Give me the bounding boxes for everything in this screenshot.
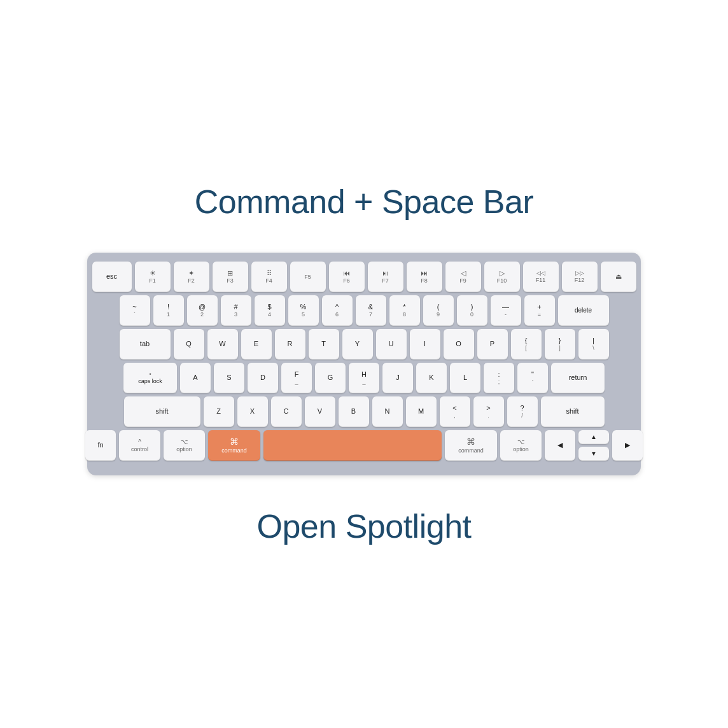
key-w[interactable]: W — [207, 329, 238, 360]
key-h[interactable]: H_ — [349, 363, 379, 393]
key-period[interactable]: >. — [473, 396, 504, 427]
key-0[interactable]: )0 — [457, 295, 487, 326]
key-lock[interactable]: ⏏ — [601, 262, 636, 292]
key-option-right[interactable]: ⌥option — [500, 430, 542, 461]
key-3[interactable]: #3 — [221, 295, 251, 326]
page-title: Command + Space Bar — [195, 183, 533, 221]
key-1[interactable]: !1 — [153, 295, 184, 326]
key-esc[interactable]: esc — [92, 262, 132, 292]
key-5[interactable]: %5 — [288, 295, 319, 326]
key-l[interactable]: L — [450, 363, 480, 393]
key-arrow-left[interactable]: ◀ — [545, 430, 575, 461]
key-command-left[interactable]: ⌘command — [208, 430, 260, 461]
zxcv-row: shift Z X C V B N M <, >. ?/ shift — [96, 396, 632, 427]
key-arrow-up[interactable]: ▲ — [578, 430, 609, 444]
keyboard: esc ☀F1 ✦F2 ⊞F3 ⠿F4 F5 ⏮F6 ⏯F7 ⏭F8 ◁F9 ▷… — [87, 253, 641, 475]
key-minus[interactable]: —- — [491, 295, 521, 326]
key-f7[interactable]: ⏯F7 — [368, 262, 403, 292]
key-x[interactable]: X — [237, 396, 268, 427]
key-k[interactable]: K — [416, 363, 447, 393]
key-c[interactable]: C — [271, 396, 302, 427]
key-f5[interactable]: F5 — [290, 262, 326, 292]
key-n[interactable]: N — [372, 396, 403, 427]
key-caps[interactable]: •caps lock — [123, 363, 177, 393]
key-z[interactable]: Z — [204, 396, 234, 427]
key-p[interactable]: P — [477, 329, 508, 360]
number-row: ~` !1 @2 #3 $4 %5 ^6 &7 *8 (9 )0 —- += d… — [96, 295, 632, 326]
key-o[interactable]: O — [444, 329, 474, 360]
key-slash[interactable]: ?/ — [507, 396, 538, 427]
key-arrow-down[interactable]: ▼ — [578, 447, 609, 461]
key-f10[interactable]: ▷F10 — [484, 262, 520, 292]
key-f9[interactable]: ◁F9 — [445, 262, 481, 292]
key-j[interactable]: J — [382, 363, 413, 393]
key-rbracket[interactable]: }] — [545, 329, 575, 360]
key-f2[interactable]: ✦F2 — [174, 262, 209, 292]
key-shift-right[interactable]: shift — [541, 396, 605, 427]
key-option-left[interactable]: ⌥option — [164, 430, 205, 461]
key-f3[interactable]: ⊞F3 — [213, 262, 248, 292]
key-6[interactable]: ^6 — [322, 295, 353, 326]
key-t[interactable]: T — [309, 329, 339, 360]
key-f1[interactable]: ☀F1 — [135, 262, 171, 292]
key-return[interactable]: return — [551, 363, 605, 393]
key-y[interactable]: Y — [342, 329, 373, 360]
key-7[interactable]: &7 — [356, 295, 386, 326]
key-s[interactable]: S — [214, 363, 244, 393]
key-q[interactable]: Q — [174, 329, 204, 360]
key-equal[interactable]: += — [524, 295, 555, 326]
key-comma[interactable]: <, — [440, 396, 470, 427]
key-a[interactable]: A — [180, 363, 211, 393]
qwerty-row: tab Q W E R T Y U I O P {[ }] |\ — [96, 329, 632, 360]
key-semicolon[interactable]: :; — [484, 363, 514, 393]
key-v[interactable]: V — [305, 396, 335, 427]
key-4[interactable]: $4 — [255, 295, 285, 326]
fn-row: esc ☀F1 ✦F2 ⊞F3 ⠿F4 F5 ⏮F6 ⏯F7 ⏭F8 ◁F9 ▷… — [96, 262, 632, 292]
key-8[interactable]: *8 — [389, 295, 420, 326]
key-delete[interactable]: delete — [558, 295, 609, 326]
key-g[interactable]: G — [315, 363, 346, 393]
key-9[interactable]: (9 — [423, 295, 454, 326]
key-arrow-right[interactable]: ▶ — [612, 430, 643, 461]
key-spacebar[interactable] — [263, 430, 442, 461]
key-control[interactable]: ^control — [119, 430, 160, 461]
key-u[interactable]: U — [376, 329, 407, 360]
arrow-up-down-group: ▲ ▼ — [578, 430, 609, 461]
asdf-row: •caps lock A S D F_ G H_ J K L :; "' ret… — [96, 363, 632, 393]
key-shift-left[interactable]: shift — [124, 396, 200, 427]
key-f11[interactable]: ◁◁F11 — [523, 262, 559, 292]
key-r[interactable]: R — [275, 329, 305, 360]
key-f[interactable]: F_ — [281, 363, 312, 393]
key-f4[interactable]: ⠿F4 — [251, 262, 287, 292]
key-2[interactable]: @2 — [187, 295, 218, 326]
key-tilde[interactable]: ~` — [120, 295, 150, 326]
key-lbracket[interactable]: {[ — [511, 329, 542, 360]
key-tab[interactable]: tab — [120, 329, 171, 360]
bottom-row: fn ^control ⌥option ⌘command ⌘command ⌥o… — [96, 430, 632, 461]
key-i[interactable]: I — [410, 329, 440, 360]
key-m[interactable]: M — [406, 396, 437, 427]
key-e[interactable]: E — [241, 329, 272, 360]
key-command-right[interactable]: ⌘command — [445, 430, 497, 461]
key-fn[interactable]: fn — [85, 430, 116, 461]
key-f8[interactable]: ⏭F8 — [407, 262, 442, 292]
key-d[interactable]: D — [248, 363, 278, 393]
key-f12[interactable]: ▷▷F12 — [562, 262, 598, 292]
key-b[interactable]: B — [339, 396, 369, 427]
key-quote[interactable]: "' — [517, 363, 548, 393]
page-subtitle: Open Spotlight — [256, 507, 471, 545]
key-backslash[interactable]: |\ — [578, 329, 609, 360]
key-f6[interactable]: ⏮F6 — [329, 262, 365, 292]
